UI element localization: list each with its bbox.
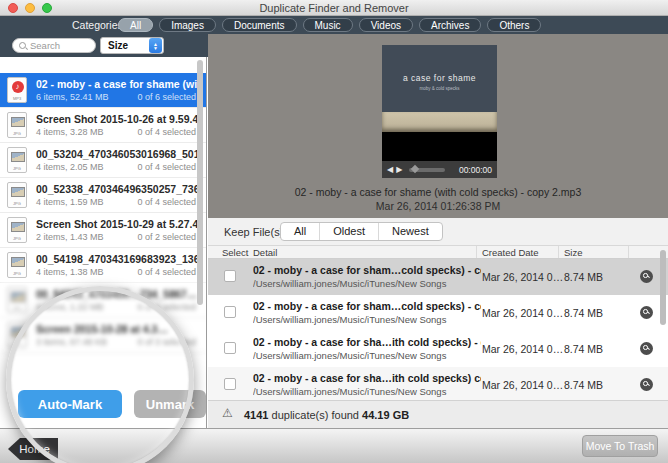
- table-row[interactable]: 02 - moby - a case for sha…ith cold spec…: [208, 331, 668, 367]
- sort-dropdown[interactable]: Size ▲▼: [100, 37, 164, 54]
- keep-newest-button[interactable]: Newest: [379, 223, 442, 240]
- tab-videos[interactable]: Videos: [359, 18, 413, 32]
- keep-files-bar: Keep File(s): All Oldest Newest: [208, 218, 668, 246]
- header-created-date[interactable]: Created Date: [482, 247, 539, 258]
- quicklook-icon[interactable]: [640, 306, 653, 319]
- auto-mark-button[interactable]: Auto-Mark: [18, 390, 122, 418]
- quicklook-icon[interactable]: [640, 270, 653, 283]
- rewind-icon[interactable]: ◀: [387, 165, 393, 174]
- table-row[interactable]: 02 - moby - a case for sha…ith cold spec…: [208, 367, 668, 400]
- tab-all[interactable]: All: [118, 18, 153, 32]
- group-meta: 4 items, 3.28 MB0 of 4 selected: [36, 127, 196, 137]
- group-meta: 2 items, 1.43 MB0 of 2 selected: [36, 232, 196, 242]
- search-input[interactable]: [30, 40, 86, 51]
- preview-file-name: 02 - moby - a case for shame (with cold …: [208, 186, 668, 198]
- keep-all-button[interactable]: All: [281, 223, 320, 240]
- group-name: Screen 2015-10-28 at 4.3…: [36, 323, 202, 335]
- status-bar: ⚠ 4141 duplicate(s) found 44.19 GB: [208, 400, 668, 428]
- home-button[interactable]: Home: [8, 438, 58, 460]
- tab-music[interactable]: Music: [303, 18, 353, 32]
- player-time: 00:00:00: [459, 165, 492, 175]
- mp3-file-icon: ♪MP3: [7, 77, 27, 103]
- file-path: /Users/william.jones/Music/iTunes/New So…: [253, 350, 481, 361]
- categories-label: Categories: [72, 19, 123, 31]
- jpg-file-icon: JPG: [7, 252, 27, 278]
- group-item[interactable]: JPG Screen Shot 2015-10-29 at 5.27.41… 2…: [0, 213, 207, 248]
- file-path: /Users/william.jones/Music/iTunes/New So…: [253, 314, 481, 325]
- search-field[interactable]: [12, 38, 96, 53]
- column-divider: [558, 246, 559, 258]
- header-detail[interactable]: Detail: [253, 247, 277, 258]
- group-item[interactable]: JPG Screen 2015-10-28 at 4.3… 3 items, 6…: [0, 318, 207, 353]
- file-size: 8.74 MB: [564, 271, 603, 283]
- preview-panel: a case for shame moby & cold specks ◀ ▶ …: [208, 34, 668, 218]
- file-name: 02 - moby - a case for sha…ith cold spec…: [253, 372, 481, 384]
- file-created-date: Mar 26, 2014 0…: [482, 271, 563, 283]
- file-size: 8.74 MB: [564, 307, 603, 319]
- group-name: 00_54198_470343169683923_1361…: [36, 253, 202, 265]
- keep-oldest-button[interactable]: Oldest: [320, 223, 379, 240]
- row-checkbox[interactable]: [224, 270, 236, 282]
- header-size[interactable]: Size: [564, 247, 582, 258]
- seek-knob[interactable]: [411, 165, 419, 173]
- file-size: 8.74 MB: [564, 343, 603, 355]
- group-item[interactable]: JPG 00_54243_4703456…734_5867… 4 items, …: [0, 283, 207, 318]
- group-meta: 6 items, 52.41 MB0 of 6 selected: [36, 92, 196, 102]
- move-to-trash-button[interactable]: Move To Trash: [582, 435, 658, 457]
- category-toolbar: Categories All Images Documents Music Vi…: [0, 16, 668, 34]
- group-item[interactable]: JPG 00_52338_470346496350257_7364… 4 ite…: [0, 178, 207, 213]
- jpg-file-icon: JPG: [7, 217, 27, 243]
- file-created-date: Mar 26, 2014 0…: [482, 379, 563, 391]
- table-row[interactable]: 02 - moby - a case for sham…cold specks)…: [208, 295, 668, 331]
- album-art: a case for shame moby & cold specks: [382, 45, 497, 132]
- table-scrollbar[interactable]: [660, 250, 666, 325]
- file-path: /Users/william.jones/Music/iTunes/New So…: [253, 278, 481, 289]
- group-item[interactable]: JPG 00_54198_470343169683923_1361… 4 ite…: [0, 248, 207, 283]
- jpg-file-icon: JPG: [7, 287, 27, 313]
- stepper-icon[interactable]: ▲▼: [149, 38, 162, 53]
- file-name: 02 - moby - a case for sham…cold specks)…: [253, 264, 481, 276]
- group-meta: 3 items, 67.48 KB0 of 3 selected: [36, 337, 196, 347]
- warning-icon: ⚠: [222, 406, 233, 420]
- file-created-date: Mar 26, 2014 0…: [482, 343, 563, 355]
- jpg-file-icon: JPG: [7, 112, 27, 138]
- sort-value: Size: [101, 40, 149, 51]
- column-divider: [628, 246, 629, 258]
- group-item[interactable]: JPG 00_53204_470346053016968_5011… 4 ite…: [0, 143, 207, 178]
- file-name: 02 - moby - a case for sham…cold specks)…: [253, 300, 481, 312]
- file-name: 02 - moby - a case for sha…ith cold spec…: [253, 336, 481, 348]
- album-art-title: a case for shame: [382, 73, 497, 83]
- row-checkbox[interactable]: [224, 306, 236, 318]
- album-art-subtitle: moby & cold specks: [382, 86, 497, 91]
- group-name: 00_53204_470346053016968_5011…: [36, 148, 202, 160]
- album-art-landscape: [382, 112, 497, 132]
- title-bar: Duplicate Finder and Remover: [0, 0, 668, 16]
- row-checkbox[interactable]: [224, 378, 236, 390]
- sidebar-scrollbar[interactable]: [197, 60, 203, 305]
- tab-archives[interactable]: Archives: [419, 18, 481, 32]
- keep-files-label: Keep File(s):: [224, 226, 286, 238]
- header-select[interactable]: Select: [222, 247, 248, 258]
- status-text: 4141 duplicate(s) found 44.19 GB: [244, 409, 409, 421]
- media-preview[interactable]: a case for shame moby & cold specks ◀ ▶ …: [382, 45, 497, 178]
- duplicate-groups-list: ♪MP3 02 - moby - a case for shame (with …: [0, 57, 207, 428]
- unmark-button[interactable]: Unmark: [134, 390, 206, 418]
- file-created-date: Mar 26, 2014 0…: [482, 307, 563, 319]
- quicklook-icon[interactable]: [640, 378, 653, 391]
- app-window: Duplicate Finder and Remover Categories …: [0, 0, 668, 463]
- group-item[interactable]: ♪MP3 02 - moby - a case for shame (with …: [0, 73, 207, 108]
- window-title: Duplicate Finder and Remover: [0, 2, 668, 14]
- preview-file-date: Mar 26, 2014 01:26:38 PM: [208, 200, 668, 212]
- table-row[interactable]: 02 - moby - a case for sham…cold specks)…: [208, 259, 668, 295]
- tab-documents[interactable]: Documents: [222, 18, 297, 32]
- tab-images[interactable]: Images: [159, 18, 216, 32]
- play-icon[interactable]: ▶: [396, 165, 402, 174]
- column-divider: [476, 246, 477, 258]
- jpg-file-icon: JPG: [7, 322, 27, 348]
- row-checkbox[interactable]: [224, 342, 236, 354]
- file-path: /Users/william.jones/Music/iTunes/New So…: [253, 386, 481, 397]
- group-item[interactable]: JPG Screen Shot 2015-10-26 at 9.59.47… 4…: [0, 108, 207, 143]
- tab-others[interactable]: Others: [487, 18, 541, 32]
- quicklook-icon[interactable]: [640, 342, 653, 355]
- seek-slider[interactable]: [409, 168, 445, 172]
